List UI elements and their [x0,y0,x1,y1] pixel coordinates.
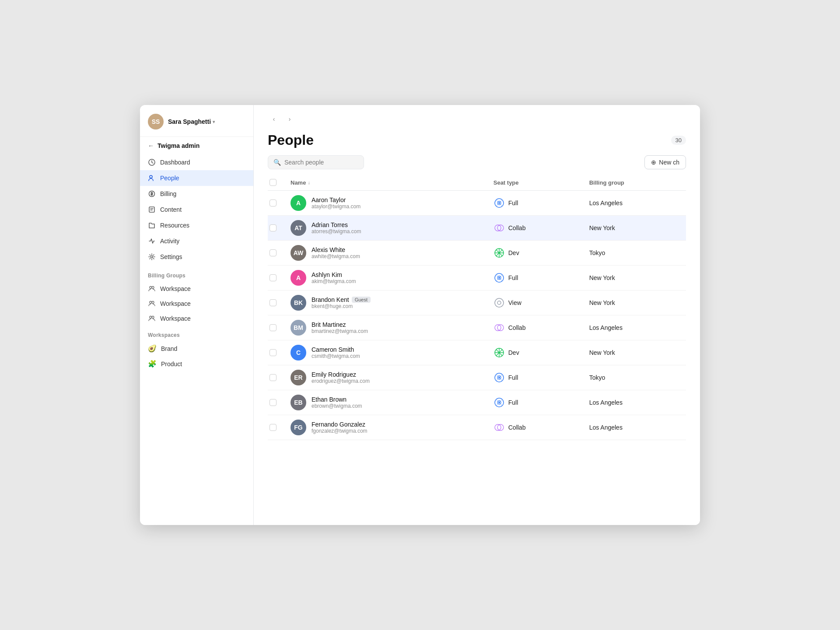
person-email: erodriguez@twigma.com [312,378,370,384]
avatar: A [290,195,306,211]
row-checkbox[interactable] [270,424,276,431]
seat-type-icon [494,247,505,259]
row-checkbox[interactable] [270,224,276,231]
avatar: FG [290,420,306,435]
group-icon-2 [148,315,156,322]
person-email: atorres@twigma.com [312,228,361,234]
person-email: awhite@twigma.com [312,253,360,259]
table-row[interactable]: AW Alexis White awhite@twigma.com Dev To… [268,241,686,266]
people-table-body: A Aaron Taylor ataylor@twigma.com Full L… [268,191,686,440]
person-info: Fernando Gonzalez fgonzalez@twigma.com [312,421,368,434]
workspace-brand[interactable]: 🥑 Brand [140,341,253,356]
group-icon-0 [148,285,156,293]
seat-type-cell: Collab [494,422,579,433]
person-email: csmith@twigma.com [312,353,360,359]
seat-type-label: Collab [508,224,526,231]
seat-type-cell: Dev [494,247,579,259]
sidebar-item-resources[interactable]: Resources [140,217,253,233]
person-info: Aaron Taylor ataylor@twigma.com [312,196,360,210]
billing-group-item-0[interactable]: Workspace [140,281,253,296]
table-row[interactable]: A Aaron Taylor ataylor@twigma.com Full L… [268,191,686,216]
table-row[interactable]: FG Fernando Gonzalez fgonzalez@twigma.co… [268,415,686,440]
svg-point-5 [150,287,152,289]
main-content: ‹ › People 30 🔍 ⊕ New ch [254,105,700,525]
seat-type-cell: Collab [494,322,579,333]
person-cell: AT Adrian Torres atorres@twigma.com [290,220,483,236]
col-billing-group: Billing group [584,175,686,191]
seat-type-icon [494,347,505,358]
seat-type-cell: Dev [494,347,579,358]
svg-point-7 [150,301,152,304]
person-info: Alexis White awhite@twigma.com [312,246,360,259]
svg-point-6 [152,287,154,289]
select-all-checkbox[interactable] [270,179,276,186]
billing-groups-section-label: Billing Groups [140,266,253,281]
billing-group-cell: New York [584,290,686,315]
billing-group-item-2[interactable]: Workspace [140,311,253,326]
sidebar-item-content[interactable]: Content [140,202,253,217]
people-icon [148,174,156,182]
table-row[interactable]: C Cameron Smith csmith@twigma.com Dev Ne… [268,340,686,365]
seat-type-cell: Full [494,272,579,284]
row-checkbox[interactable] [270,349,276,356]
seat-type-cell: Collab [494,222,579,234]
workspaces-section-label: Workspaces [140,326,253,341]
row-checkbox[interactable] [270,274,276,281]
people-table: Name ↓ Seat type Billing group A Aaron T… [268,175,686,440]
svg-point-18 [495,298,504,307]
person-info: Ashlyn Kim akim@twigma.com [312,271,356,284]
avatar: A [290,270,306,286]
username-label[interactable]: Sara Spaghetti ▾ [168,118,215,125]
table-row[interactable]: ER Emily Rodriguez erodriguez@twigma.com… [268,365,686,390]
chevron-down-icon: ▾ [213,119,215,124]
table-row[interactable]: A Ashlyn Kim akim@twigma.com Full New Yo… [268,266,686,290]
search-input[interactable] [284,159,358,166]
search-box[interactable]: 🔍 [268,155,364,169]
svg-point-1 [150,175,152,178]
col-name[interactable]: Name ↓ [285,175,488,191]
sidebar-item-activity[interactable]: Activity [140,233,253,249]
avatar: BK [290,295,306,311]
person-name: Brit Martinez [312,321,368,328]
dashboard-icon [148,158,156,166]
svg-point-9 [150,316,152,318]
plus-icon: ⊕ [651,159,656,166]
guest-badge: Guest [352,297,371,303]
seat-type-icon [494,422,505,433]
row-checkbox[interactable] [270,399,276,406]
workspace-product[interactable]: 🧩 Product [140,356,253,371]
row-checkbox[interactable] [270,200,276,206]
table-row[interactable]: AT Adrian Torres atorres@twigma.com Coll… [268,216,686,241]
seat-type-label: Dev [508,349,519,356]
nav-forward-button[interactable]: › [284,113,296,125]
billing-group-item-1[interactable]: Workspace [140,296,253,311]
person-email: ataylor@twigma.com [312,203,360,210]
sidebar-item-dashboard[interactable]: Dashboard [140,154,253,170]
col-seat-type: Seat type [488,175,584,191]
avatar: AW [290,245,306,261]
activity-icon [148,237,156,245]
sidebar-item-people[interactable]: People [140,170,253,186]
row-checkbox[interactable] [270,374,276,381]
table-row[interactable]: BM Brit Martinez bmartinez@twigma.com Co… [268,315,686,340]
person-name: Adrian Torres [312,221,361,228]
billing-group-cell: Tokyo [584,365,686,390]
nav-back-button[interactable]: ‹ [268,113,280,125]
row-checkbox[interactable] [270,249,276,256]
billing-group-cell: New York [584,340,686,365]
person-cell: A Ashlyn Kim akim@twigma.com [290,270,483,286]
table-row[interactable]: BK Brandon Kent Guest bkent@huge.com Vie… [268,290,686,315]
new-charge-button[interactable]: ⊕ New ch [644,155,686,169]
admin-back-link[interactable]: ← Twigma admin [140,137,253,153]
seat-type-label: View [508,299,522,306]
sidebar-item-settings[interactable]: Settings [140,249,253,265]
person-cell: FG Fernando Gonzalez fgonzalez@twigma.co… [290,420,483,435]
person-info: Cameron Smith csmith@twigma.com [312,346,360,359]
avatar: BM [290,320,306,336]
page-title: People [268,132,314,148]
table-row[interactable]: EB Ethan Brown ebrown@twigma.com Full Lo… [268,390,686,415]
sidebar-item-billing[interactable]: Billing [140,186,253,202]
row-checkbox[interactable] [270,324,276,331]
billing-group-cell: Tokyo [584,241,686,266]
row-checkbox[interactable] [270,299,276,306]
